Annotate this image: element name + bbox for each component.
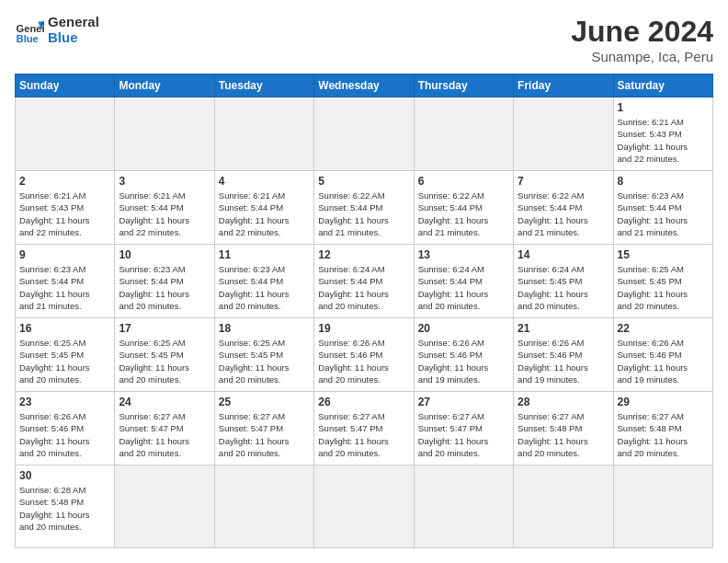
day-number: 22: [618, 322, 709, 335]
day-number: 29: [618, 396, 709, 408]
day-number: 27: [418, 396, 509, 408]
logo-icon: General Blue: [15, 16, 44, 45]
column-header-friday: Friday: [514, 75, 613, 98]
day-number: 5: [318, 175, 409, 188]
day-number: 1: [618, 101, 709, 114]
calendar-day: 29Sunrise: 6:27 AM Sunset: 5:48 PM Dayli…: [613, 392, 712, 465]
day-info: Sunrise: 6:21 AM Sunset: 5:44 PM Dayligh…: [219, 190, 310, 238]
column-header-monday: Monday: [115, 75, 214, 98]
calendar-day: [115, 98, 214, 171]
logo-general: General: [48, 14, 99, 29]
day-number: 19: [318, 322, 409, 335]
calendar-day: 16Sunrise: 6:25 AM Sunset: 5:45 PM Dayli…: [16, 318, 115, 392]
page-header: General Blue General Blue June 2024 Suna…: [15, 15, 713, 64]
day-info: Sunrise: 6:23 AM Sunset: 5:44 PM Dayligh…: [618, 190, 709, 238]
day-info: Sunrise: 6:25 AM Sunset: 5:45 PM Dayligh…: [219, 337, 310, 385]
calendar-day: 3Sunrise: 6:21 AM Sunset: 5:44 PM Daylig…: [115, 171, 214, 245]
column-header-tuesday: Tuesday: [214, 75, 313, 98]
calendar-day: [514, 98, 613, 171]
day-info: Sunrise: 6:21 AM Sunset: 5:43 PM Dayligh…: [19, 190, 110, 238]
day-number: 9: [19, 248, 110, 261]
calendar-day: 13Sunrise: 6:24 AM Sunset: 5:44 PM Dayli…: [414, 245, 513, 318]
calendar-day: 20Sunrise: 6:26 AM Sunset: 5:46 PM Dayli…: [414, 318, 513, 392]
calendar-day: 17Sunrise: 6:25 AM Sunset: 5:45 PM Dayli…: [115, 318, 214, 392]
calendar-day: [613, 465, 712, 548]
calendar-day: 21Sunrise: 6:26 AM Sunset: 5:46 PM Dayli…: [514, 318, 613, 392]
day-number: 8: [618, 175, 709, 188]
day-info: Sunrise: 6:24 AM Sunset: 5:44 PM Dayligh…: [418, 263, 509, 312]
calendar-day: 11Sunrise: 6:23 AM Sunset: 5:44 PM Dayli…: [214, 245, 313, 318]
day-number: 2: [19, 175, 110, 188]
calendar-day: 8Sunrise: 6:23 AM Sunset: 5:44 PM Daylig…: [613, 171, 712, 245]
day-info: Sunrise: 6:22 AM Sunset: 5:44 PM Dayligh…: [518, 190, 609, 238]
calendar-table: SundayMondayTuesdayWednesdayThursdayFrid…: [15, 74, 713, 548]
day-number: 24: [119, 396, 210, 408]
day-info: Sunrise: 6:25 AM Sunset: 5:45 PM Dayligh…: [119, 337, 210, 385]
day-info: Sunrise: 6:28 AM Sunset: 5:48 PM Dayligh…: [19, 484, 110, 533]
calendar-day: 18Sunrise: 6:25 AM Sunset: 5:45 PM Dayli…: [214, 318, 313, 392]
day-number: 17: [119, 322, 210, 335]
day-info: Sunrise: 6:27 AM Sunset: 5:47 PM Dayligh…: [418, 410, 509, 459]
calendar-week-1: 1Sunrise: 6:21 AM Sunset: 5:43 PM Daylig…: [16, 98, 713, 171]
day-number: 7: [518, 175, 609, 188]
calendar-day: 5Sunrise: 6:22 AM Sunset: 5:44 PM Daylig…: [314, 171, 414, 245]
day-number: 12: [318, 248, 409, 261]
day-info: Sunrise: 6:21 AM Sunset: 5:44 PM Dayligh…: [119, 190, 210, 238]
day-number: 20: [418, 322, 509, 335]
logo-blue: Blue: [48, 29, 78, 45]
calendar-day: [414, 465, 513, 548]
day-info: Sunrise: 6:23 AM Sunset: 5:44 PM Dayligh…: [119, 263, 210, 312]
day-number: 3: [119, 175, 210, 188]
day-number: 11: [219, 248, 310, 261]
column-header-thursday: Thursday: [414, 75, 513, 98]
day-info: Sunrise: 6:27 AM Sunset: 5:48 PM Dayligh…: [618, 410, 709, 459]
svg-text:Blue: Blue: [17, 32, 39, 43]
day-info: Sunrise: 6:27 AM Sunset: 5:47 PM Dayligh…: [219, 410, 310, 459]
day-number: 4: [219, 175, 310, 188]
day-info: Sunrise: 6:27 AM Sunset: 5:47 PM Dayligh…: [119, 410, 210, 459]
day-number: 21: [518, 322, 609, 335]
day-info: Sunrise: 6:26 AM Sunset: 5:46 PM Dayligh…: [318, 337, 409, 385]
day-info: Sunrise: 6:24 AM Sunset: 5:44 PM Dayligh…: [318, 263, 409, 312]
day-info: Sunrise: 6:26 AM Sunset: 5:46 PM Dayligh…: [618, 337, 709, 385]
day-number: 6: [418, 175, 509, 188]
calendar-day: 2Sunrise: 6:21 AM Sunset: 5:43 PM Daylig…: [16, 171, 115, 245]
calendar-day: 12Sunrise: 6:24 AM Sunset: 5:44 PM Dayli…: [314, 245, 414, 318]
calendar-week-5: 23Sunrise: 6:26 AM Sunset: 5:46 PM Dayli…: [16, 392, 713, 465]
calendar-day: 28Sunrise: 6:27 AM Sunset: 5:48 PM Dayli…: [514, 392, 613, 465]
calendar-day: 26Sunrise: 6:27 AM Sunset: 5:47 PM Dayli…: [314, 392, 414, 465]
day-number: 14: [518, 248, 609, 261]
calendar-day: 30Sunrise: 6:28 AM Sunset: 5:48 PM Dayli…: [16, 465, 115, 548]
day-info: Sunrise: 6:27 AM Sunset: 5:47 PM Dayligh…: [318, 410, 409, 459]
day-info: Sunrise: 6:24 AM Sunset: 5:45 PM Dayligh…: [518, 263, 609, 312]
day-info: Sunrise: 6:22 AM Sunset: 5:44 PM Dayligh…: [418, 190, 509, 238]
day-number: 23: [19, 396, 110, 408]
column-header-saturday: Saturday: [613, 75, 712, 98]
calendar-day: 6Sunrise: 6:22 AM Sunset: 5:44 PM Daylig…: [414, 171, 513, 245]
calendar-day: 4Sunrise: 6:21 AM Sunset: 5:44 PM Daylig…: [214, 171, 313, 245]
title-block: June 2024 Sunampe, Ica, Peru: [571, 15, 713, 64]
calendar-day: 1Sunrise: 6:21 AM Sunset: 5:43 PM Daylig…: [613, 98, 712, 171]
calendar-day: 24Sunrise: 6:27 AM Sunset: 5:47 PM Dayli…: [115, 392, 214, 465]
calendar-day: 14Sunrise: 6:24 AM Sunset: 5:45 PM Dayli…: [514, 245, 613, 318]
calendar-day: [214, 98, 313, 171]
day-number: 13: [418, 248, 509, 261]
calendar-day: 25Sunrise: 6:27 AM Sunset: 5:47 PM Dayli…: [214, 392, 313, 465]
day-info: Sunrise: 6:23 AM Sunset: 5:44 PM Dayligh…: [19, 263, 110, 312]
logo: General Blue General Blue: [15, 15, 99, 45]
day-number: 25: [219, 396, 310, 408]
day-info: Sunrise: 6:26 AM Sunset: 5:46 PM Dayligh…: [518, 337, 609, 385]
day-number: 15: [618, 248, 709, 261]
calendar-week-2: 2Sunrise: 6:21 AM Sunset: 5:43 PM Daylig…: [16, 171, 713, 245]
calendar-day: 22Sunrise: 6:26 AM Sunset: 5:46 PM Dayli…: [613, 318, 712, 392]
day-number: 10: [119, 248, 210, 261]
calendar-day: [514, 465, 613, 548]
day-info: Sunrise: 6:27 AM Sunset: 5:48 PM Dayligh…: [518, 410, 609, 459]
day-number: 26: [318, 396, 409, 408]
header-row: SundayMondayTuesdayWednesdayThursdayFrid…: [16, 75, 713, 98]
calendar-day: [314, 465, 414, 548]
calendar-day: 15Sunrise: 6:25 AM Sunset: 5:45 PM Dayli…: [613, 245, 712, 318]
calendar-day: [214, 465, 313, 548]
day-number: 28: [518, 396, 609, 408]
day-number: 18: [219, 322, 310, 335]
